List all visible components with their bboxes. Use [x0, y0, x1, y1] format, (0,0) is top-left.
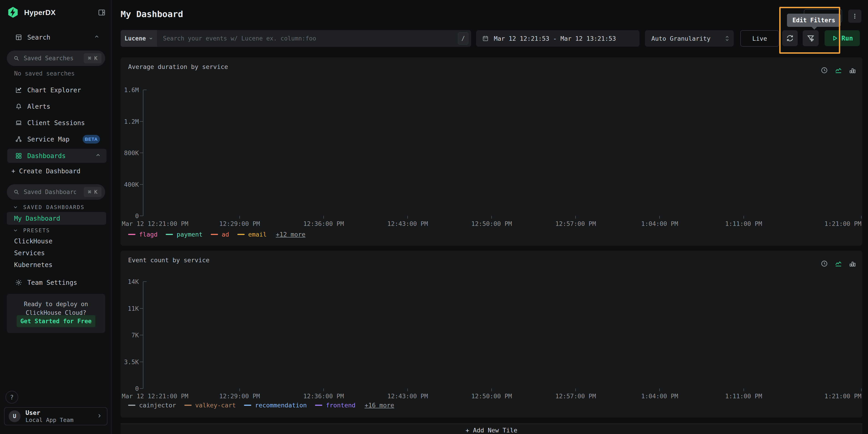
chevron-down-icon: [13, 228, 18, 233]
legend-item[interactable]: valkey-cart: [184, 402, 236, 409]
x-tick-label: 1:11:00 PM: [725, 393, 762, 400]
legend-swatch: [128, 234, 135, 235]
event-search-input[interactable]: [157, 35, 471, 42]
time-range-value: Mar 12 12:21:53 - Mar 12 13:21:53: [494, 35, 616, 42]
chart-explorer-icon: [15, 87, 23, 94]
legend-label: cainjector: [139, 402, 176, 409]
preset-services[interactable]: Services: [14, 249, 45, 257]
page-title: My Dashboard: [121, 9, 183, 19]
y-tick-mark: [140, 362, 143, 362]
sidebar-item-dashboards[interactable]: Dashboards: [7, 149, 106, 163]
y-tick-mark: [140, 153, 143, 153]
y-tick-label: 3.5K: [124, 358, 139, 365]
bar-chart-toggle-icon[interactable]: [849, 260, 857, 267]
chart-title: Event count by service: [128, 257, 210, 264]
help-button[interactable]: ?: [5, 391, 18, 403]
get-started-button[interactable]: Get Started for Free: [17, 315, 95, 327]
shortcut-badge: ⌘ K: [84, 53, 101, 63]
main-content: My Dashboard Lucene / Mar 12 12:21:53 - …: [112, 0, 868, 434]
chart-canvas[interactable]: [144, 281, 861, 389]
chevron-up-icon[interactable]: [95, 152, 101, 160]
history-clock-icon[interactable]: [820, 260, 828, 267]
legend-item[interactable]: ad: [211, 231, 229, 238]
y-tick-mark: [140, 335, 143, 335]
legend-item[interactable]: payment: [166, 231, 203, 238]
logo[interactable]: HyperDX: [7, 6, 56, 19]
time-range-picker[interactable]: Mar 12 12:21:53 - Mar 12 13:21:53: [476, 30, 640, 46]
granularity-select[interactable]: Auto Granularity: [645, 30, 734, 46]
sidebar-item-team-settings[interactable]: Team Settings: [0, 276, 112, 289]
refresh-icon: [786, 34, 794, 42]
saved-dashboards-search[interactable]: ⌘ K: [7, 184, 105, 200]
x-tick-mark: [659, 216, 660, 219]
legend-more-link[interactable]: +12 more: [276, 231, 305, 238]
sidebar-item-service-map[interactable]: Service Map BETA: [0, 132, 112, 146]
run-button[interactable]: Run: [825, 30, 860, 46]
legend-item[interactable]: flagd: [128, 231, 157, 238]
sidebar-collapse-icon[interactable]: [98, 9, 105, 17]
sidebar-item-search[interactable]: Search: [0, 31, 112, 44]
query-language-select[interactable]: Lucene: [121, 30, 157, 47]
legend-more-link[interactable]: +16 more: [365, 402, 394, 409]
x-tick-label: 12:50:00 PM: [471, 220, 512, 227]
x-tick-mark: [744, 216, 744, 219]
y-tick-label: 11K: [128, 305, 139, 312]
legend-swatch: [211, 234, 218, 235]
section-saved-dashboards[interactable]: SAVED DASHBOARDS: [13, 204, 85, 210]
y-tick-label: 0: [135, 385, 139, 392]
calendar-icon: [482, 35, 489, 42]
legend-item[interactable]: cainjector: [128, 402, 176, 409]
sidebar-item-my-dashboard[interactable]: My Dashboard: [7, 212, 106, 225]
legend-item[interactable]: recommendation: [244, 402, 307, 409]
user-menu[interactable]: U User Local App Team: [4, 407, 107, 425]
create-dashboard-button[interactable]: + Create Dashboard: [11, 167, 80, 175]
legend-item[interactable]: frontend: [315, 402, 355, 409]
chevron-up-icon[interactable]: [94, 34, 100, 41]
y-tick-label: 800K: [124, 149, 139, 157]
x-tick-mark: [491, 216, 492, 219]
saved-searches-input[interactable]: [24, 55, 76, 62]
sidebar-item-client-sessions[interactable]: Client Sessions: [0, 116, 112, 130]
live-button[interactable]: Live: [740, 30, 779, 46]
history-clock-icon[interactable]: [820, 66, 828, 74]
preset-clickhouse[interactable]: ClickHouse: [14, 237, 53, 245]
x-tick-mark: [744, 389, 744, 391]
sidebar-item-label: Search: [27, 34, 50, 41]
x-tick-mark: [407, 389, 408, 391]
slash-shortcut-badge: /: [458, 32, 468, 44]
sidebar-item-chart-explorer[interactable]: Chart Explorer: [0, 83, 112, 97]
sidebar-item-alerts[interactable]: Alerts: [0, 100, 112, 113]
avatar: U: [9, 410, 21, 422]
edit-filters-button[interactable]: [803, 30, 818, 46]
preset-kubernetes[interactable]: Kubernetes: [14, 261, 53, 269]
bar-chart-toggle-icon[interactable]: [849, 66, 857, 74]
x-tick-label: 12:36:00 PM: [303, 393, 344, 400]
user-name: User: [26, 409, 73, 416]
dashboard-menu-button[interactable]: [848, 9, 861, 23]
shortcut-badge: ⌘ K: [84, 187, 101, 197]
run-label: Run: [841, 35, 853, 42]
refresh-button[interactable]: [782, 30, 798, 46]
legend-item[interactable]: email: [237, 231, 267, 238]
line-chart-toggle-icon[interactable]: [835, 66, 842, 74]
legend-swatch: [315, 405, 322, 406]
chart-title: Average duration by service: [128, 63, 228, 70]
chart-canvas[interactable]: [144, 90, 861, 216]
section-presets[interactable]: PRESETS: [13, 228, 50, 233]
saved-dashboards-input[interactable]: [24, 189, 76, 195]
y-tick-label: 400K: [124, 181, 139, 188]
line-chart-toggle-icon[interactable]: [835, 260, 842, 267]
add-new-tile-button[interactable]: + Add New Tile: [121, 424, 862, 434]
sidebar-item-label: Service Map: [27, 136, 69, 143]
x-tick-label: 1:11:00 PM: [725, 220, 762, 227]
series-mint-spikes: [820, 73, 828, 74]
legend-label: flagd: [139, 231, 157, 238]
section-label: PRESETS: [23, 228, 50, 233]
legend-swatch: [244, 405, 251, 406]
search-section-icon: [15, 34, 23, 41]
x-tick-label: 1:21:00 PM: [824, 220, 861, 227]
chart-panel-event-count: Event count by service 14K11K7K3.5K0 Mar…: [121, 251, 862, 418]
saved-searches-search[interactable]: ⌘ K: [7, 51, 105, 66]
x-tick-mark: [575, 216, 576, 219]
x-tick-label: 12:29:00 PM: [219, 393, 260, 400]
